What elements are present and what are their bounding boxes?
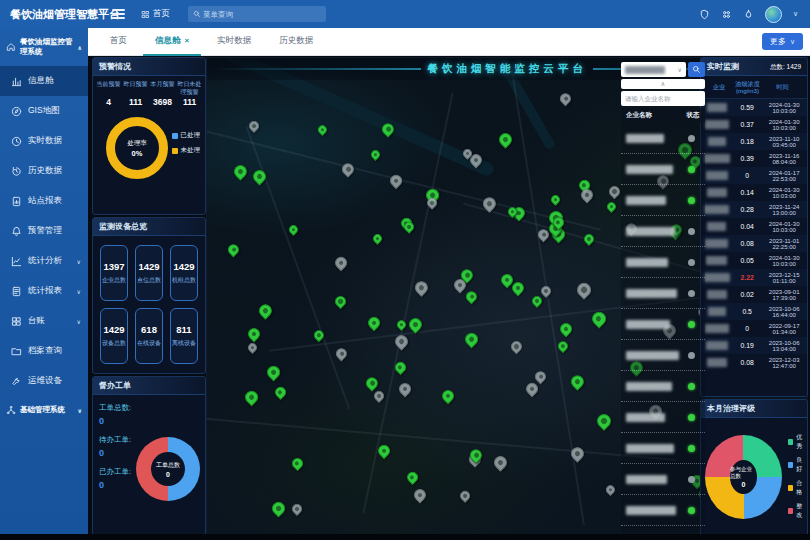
map-marker[interactable] — [246, 341, 259, 354]
map-marker[interactable] — [290, 456, 305, 471]
map-marker[interactable] — [371, 232, 384, 245]
company-list-row[interactable] — [621, 216, 705, 247]
map-marker[interactable] — [509, 339, 525, 355]
map-marker[interactable] — [557, 91, 573, 107]
tab-history-data[interactable]: 历史数据 — [267, 27, 325, 56]
tab-info-cabin[interactable]: 信息舱× — [143, 27, 201, 56]
map-marker[interactable] — [243, 388, 261, 406]
sidebar-section-base-management-system[interactable]: 基础管理系统∨ — [0, 396, 88, 424]
realtime-table-row[interactable]: 0.182023-11-10 03:45:00 — [701, 133, 807, 150]
map-marker[interactable] — [245, 325, 262, 342]
map-marker[interactable] — [458, 489, 472, 503]
company-list-row[interactable] — [621, 278, 705, 309]
map-marker[interactable] — [333, 254, 350, 271]
flame-icon[interactable] — [743, 9, 754, 20]
map-marker[interactable] — [366, 314, 383, 331]
device-stat-card[interactable]: 1397企业总数 — [100, 245, 128, 301]
more-button[interactable]: 更多∨ — [762, 33, 803, 50]
map-marker[interactable] — [411, 487, 428, 504]
map-marker[interactable] — [462, 330, 480, 348]
map-marker[interactable] — [333, 294, 348, 309]
sidebar-section-smoke-monitor-system[interactable]: 餐饮油烟监控管理系统∧ — [0, 28, 88, 66]
map-marker[interactable] — [395, 318, 408, 331]
map-marker[interactable] — [404, 469, 419, 484]
sidebar-item-dashboard[interactable]: 信息舱 — [0, 66, 88, 96]
device-stat-card[interactable]: 618在线设备 — [135, 308, 163, 364]
sidebar-item-stat-report[interactable]: 统计报表∨ — [0, 276, 88, 306]
realtime-table-row[interactable]: 2.222023-12-15 01:11:00 — [701, 269, 807, 286]
realtime-table-row[interactable]: 0.282023-11-24 13:00:00 — [701, 201, 807, 218]
company-list-row[interactable] — [621, 464, 705, 495]
sidebar-item-ledger[interactable]: 台账∨ — [0, 306, 88, 336]
sidebar-item-history-data[interactable]: 历史数据 — [0, 156, 88, 186]
close-tab-icon[interactable]: × — [185, 36, 190, 45]
map-marker[interactable] — [369, 149, 382, 162]
sidebar-item-alert-management[interactable]: 预警管理 — [0, 216, 88, 246]
sidebar-item-ops-device[interactable]: 运维设备 — [0, 366, 88, 396]
map-marker[interactable] — [533, 369, 549, 385]
map-marker[interactable] — [372, 389, 386, 403]
map-marker[interactable] — [491, 454, 510, 473]
map-marker[interactable] — [412, 278, 431, 297]
map-marker[interactable] — [388, 173, 404, 189]
company-list-row[interactable] — [621, 495, 705, 526]
company-list-row[interactable] — [621, 185, 705, 216]
map-marker[interactable] — [225, 242, 241, 258]
nav-home[interactable]: 首页 — [141, 8, 170, 20]
realtime-table-row[interactable]: 02022-09-17 01:34:00 — [701, 320, 807, 337]
company-list-row[interactable] — [621, 247, 705, 278]
menu-search-input[interactable] — [201, 9, 321, 20]
tab-home[interactable]: 首页 — [98, 27, 139, 56]
device-stat-card[interactable]: 811离线设备 — [170, 308, 198, 364]
avatar[interactable] — [765, 6, 782, 23]
realtime-table-row[interactable]: 02024-01-17 22:53:00 — [701, 167, 807, 184]
realtime-table-row[interactable]: 0.392023-11-16 08:04:00 — [701, 150, 807, 167]
map-marker[interactable] — [269, 499, 287, 517]
map-marker[interactable] — [569, 372, 588, 391]
device-stat-card[interactable]: 1429设备总数 — [100, 308, 128, 364]
device-stat-card[interactable]: 1429机组总数 — [170, 245, 198, 301]
company-list-row[interactable] — [621, 402, 705, 433]
hamburger-menu-icon[interactable] — [112, 9, 125, 19]
map-marker[interactable] — [556, 338, 570, 352]
map-marker[interactable] — [464, 288, 480, 304]
map-marker[interactable] — [264, 364, 282, 382]
map-marker[interactable] — [333, 345, 349, 361]
map-marker[interactable] — [273, 385, 288, 400]
map-marker[interactable] — [574, 280, 593, 299]
company-list-row[interactable] — [621, 154, 705, 185]
map-marker[interactable] — [549, 194, 562, 207]
company-search-input[interactable] — [621, 91, 705, 106]
map-marker[interactable] — [530, 294, 544, 308]
realtime-table-row[interactable]: 0.042024-01-30 10:03:00 — [701, 218, 807, 235]
realtime-table-row[interactable]: 0.022023-09-01 17:39:00 — [701, 286, 807, 303]
company-list-row[interactable] — [621, 340, 705, 371]
map-marker[interactable] — [594, 411, 614, 431]
realtime-table-row[interactable]: 0.082023-12-03 12:47:00 — [701, 354, 807, 371]
device-stat-card[interactable]: 1429点位总数 — [135, 245, 163, 301]
map-marker[interactable] — [289, 502, 303, 516]
map-marker[interactable] — [606, 200, 619, 213]
map-marker[interactable] — [287, 223, 300, 236]
realtime-table-row[interactable]: 0.052024-01-30 10:03:00 — [701, 252, 807, 269]
realtime-table-row[interactable]: 0.372024-01-30 10:03:00 — [701, 116, 807, 133]
company-search-button[interactable] — [688, 62, 705, 77]
map-marker[interactable] — [557, 321, 574, 338]
company-list-row[interactable] — [621, 123, 705, 154]
map-marker[interactable] — [231, 162, 250, 181]
map-marker[interactable] — [257, 301, 276, 320]
company-list-row[interactable] — [621, 309, 705, 340]
map-marker[interactable] — [497, 131, 516, 150]
company-list-row[interactable] — [621, 433, 705, 464]
map-marker[interactable] — [396, 380, 413, 397]
map-marker[interactable] — [539, 284, 553, 298]
map-marker[interactable] — [440, 387, 457, 404]
sidebar-item-realtime-data[interactable]: 实时数据 — [0, 126, 88, 156]
sidebar-item-stat-analysis[interactable]: 统计分析∨ — [0, 246, 88, 276]
shield-icon[interactable] — [699, 9, 710, 20]
map-marker[interactable] — [523, 381, 540, 398]
realtime-table-row[interactable]: 0.592024-01-30 10:03:00 — [701, 99, 807, 116]
collapse-toggle[interactable]: ∧ — [621, 79, 705, 89]
map-marker[interactable] — [363, 374, 380, 391]
realtime-table-row[interactable]: 0.192023-10-06 13:04:00 — [701, 337, 807, 354]
